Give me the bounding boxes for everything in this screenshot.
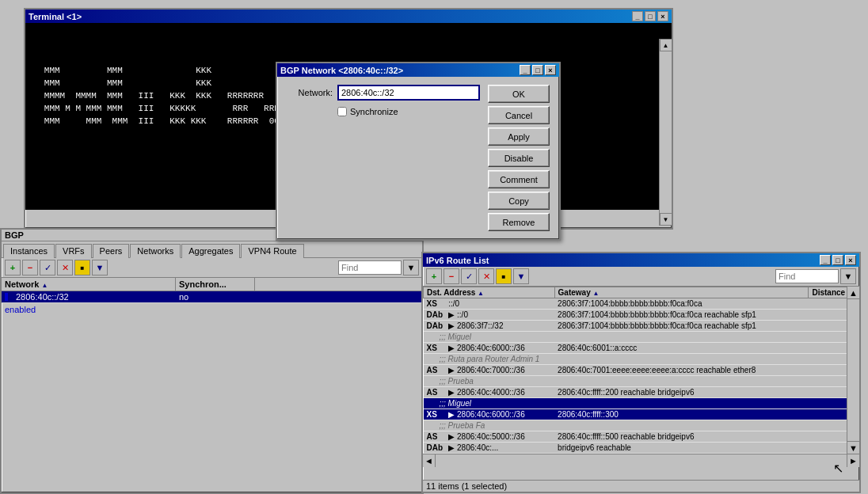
col-synchronize: Synchron... xyxy=(176,278,255,291)
ipv6-close-btn[interactable]: × xyxy=(845,255,856,265)
tab-aggregates[interactable]: Aggregates xyxy=(181,244,240,258)
tab-networks[interactable]: Networks xyxy=(130,244,181,258)
ipv6-minimize-btn[interactable]: _ xyxy=(820,255,831,265)
dialog-right-panel: OK Cancel Apply Disable Comment Copy Rem… xyxy=(488,85,551,231)
filter-btn[interactable]: ▼ xyxy=(92,260,108,276)
dialog-left-panel: Network: 2806:40c::/32 Synchronize xyxy=(285,85,480,231)
ipv6-enable-btn[interactable]: ✓ xyxy=(461,268,477,284)
apply-button[interactable]: Apply xyxy=(488,127,550,146)
terminal-title: Terminal <1> xyxy=(29,12,82,21)
scroll-up-btn[interactable]: ▲ xyxy=(660,39,672,51)
network-row: Network: 2806:40c::/32 xyxy=(285,85,480,101)
table-row[interactable]: AS ▶ 2806:40c:5000::/36 2806:40c:ffff::5… xyxy=(424,431,859,443)
dialog-title-buttons: _ □ × xyxy=(520,65,556,75)
comment-button[interactable]: Comment xyxy=(488,170,550,188)
col-dst-address: Dst. Address ▲ xyxy=(424,287,555,298)
scroll-up-btn[interactable]: ▲ xyxy=(847,287,859,299)
table-row[interactable]: AS ▶ 2806:40c:7000::/36 2806:40c:7001:ee… xyxy=(424,365,859,376)
ipv6-add-btn[interactable]: + xyxy=(426,268,442,284)
gw-cell: 2806:3f7:1004:bbbb:bbbb:bbbb:f0ca:f0ca r… xyxy=(554,310,809,321)
tab-instances[interactable]: Instances xyxy=(3,244,55,258)
table-row[interactable]: AS ▶ 2806:40c:4000::/36 2806:40c:ffff::2… xyxy=(424,387,859,398)
terminal-scrollbar[interactable]: ▲ ▼ xyxy=(659,39,672,226)
remove-btn[interactable]: − xyxy=(22,260,38,276)
comment-row-selected: ;;; Miguel xyxy=(424,398,859,409)
terminal-close-btn[interactable]: × xyxy=(657,11,668,21)
comment-row: ;;; Prueba xyxy=(424,376,859,387)
copy-btn[interactable]: ■ xyxy=(74,260,90,276)
ipv6-panel: IPv6 Route List _ □ × + − ✓ ✕ ■ ▼ ▼ Dst.… xyxy=(421,252,861,493)
terminal-minimize-btn[interactable]: _ xyxy=(632,11,643,21)
comment-cell: ;;; Prueba Fa xyxy=(424,420,859,431)
bgp-tabs-bar: Instances VRFs Peers Networks Aggregates… xyxy=(2,241,422,258)
ipv6-panel-title-buttons: _ □ × xyxy=(820,255,856,265)
ipv6-remove-btn[interactable]: − xyxy=(444,268,459,284)
network-input[interactable]: 2806:40c::/32 xyxy=(337,85,480,101)
comment-cell: ;;; Prueba xyxy=(424,376,859,387)
synchronize-checkbox[interactable] xyxy=(337,107,347,116)
dialog-body: Network: 2806:40c::/32 Synchronize OK Ca… xyxy=(277,77,559,239)
terminal-title-buttons: _ □ × xyxy=(632,11,668,21)
table-row[interactable]: DAb ▶ 2806:3f7::/32 2806:3f7:1004:bbbb:b… xyxy=(424,321,859,332)
comment-row: ;;; Prueba Fa xyxy=(424,420,859,431)
disable-btn[interactable]: ✕ xyxy=(57,260,73,276)
table-row[interactable]: DAb ▶ ::/0 2806:3f7:1004:bbbb:bbbb:bbbb:… xyxy=(424,310,859,321)
table-row[interactable]: XS ::/0 2806:3f7:1004:bbbb:bbbb:bbbb:f0c… xyxy=(424,298,859,310)
terminal-maximize-btn[interactable]: □ xyxy=(645,11,656,21)
dialog-close-btn[interactable]: × xyxy=(545,65,556,75)
table-row-selected[interactable]: XS ▶ 2806:40c:6000::/36 2806:40c:ffff::3… xyxy=(424,409,859,420)
ipv6-v-scrollbar[interactable]: ▲ ▼ xyxy=(847,287,859,454)
scroll-left-btn[interactable]: ◄ xyxy=(423,454,436,467)
add-btn[interactable]: + xyxy=(5,260,21,276)
ipv6-find-input[interactable] xyxy=(775,269,839,283)
gw-cell: 2806:40c:ffff::500 reachable bridgeipv6 xyxy=(554,431,809,443)
tab-vpn4-route[interactable]: VPN4 Route xyxy=(241,244,303,258)
ipv6-filter-btn[interactable]: ▼ xyxy=(513,268,529,284)
network-label: Network: xyxy=(285,88,333,97)
synchronize-label: Synchronize xyxy=(350,107,398,116)
table-row[interactable]: XS ▶ 2806:40c:6000::/36 2806:40c:6001::a… xyxy=(424,343,859,354)
remove-button[interactable]: Remove xyxy=(488,213,550,231)
tab-peers[interactable]: Peers xyxy=(93,244,130,258)
col-gateway: Gateway ▲ xyxy=(554,287,809,298)
ipv6-copy-btn[interactable]: ■ xyxy=(496,268,512,284)
dst-cell: XS ▶ 2806:40c:6000::/36 xyxy=(424,409,555,420)
dst-cell: XS ::/0 xyxy=(424,298,555,310)
ok-button[interactable]: OK xyxy=(488,85,550,103)
sync-cell: no xyxy=(176,291,192,302)
dialog-title: BGP Network <2806:40c::/32> xyxy=(280,66,403,75)
col-network: Network ▲ xyxy=(2,278,176,291)
scroll-down-btn[interactable]: ▼ xyxy=(847,441,859,454)
dst-cell: DAb ▶ 2806:3f7::/32 xyxy=(424,321,555,332)
bgp-network-dialog: BGP Network <2806:40c::/32> _ □ × Networ… xyxy=(276,62,561,241)
bgp-table-row[interactable]: 2806:40c::/32 no xyxy=(2,291,422,303)
enable-btn[interactable]: ✓ xyxy=(40,260,55,276)
terminal-titlebar: Terminal <1> _ □ × xyxy=(25,10,672,23)
scroll-down-btn[interactable]: ▼ xyxy=(660,213,672,226)
tab-vrfs[interactable]: VRFs xyxy=(55,244,92,258)
comment-cell: ;;; Ruta para Router Admin 1 xyxy=(424,354,859,365)
dialog-minimize-btn[interactable]: _ xyxy=(520,65,531,75)
find-arrow-btn[interactable]: ▼ xyxy=(403,260,419,276)
scroll-right-btn[interactable]: ► xyxy=(847,454,859,467)
bgp-find-input[interactable] xyxy=(338,260,402,275)
ipv6-scrollable: Dst. Address ▲ Gateway ▲ Distance ▼ XS :… xyxy=(423,287,859,454)
table-row[interactable]: DAb ▶ 2806:40c:... bridgeipv6 reachable xyxy=(424,443,859,454)
ipv6-find-arrow-btn[interactable]: ▼ xyxy=(840,268,856,284)
dst-cell: XS ▶ 2806:40c:6000::/36 xyxy=(424,343,555,354)
ipv6-panel-title-text: IPv6 Route List xyxy=(426,256,489,265)
ipv6-maximize-btn[interactable]: □ xyxy=(832,255,843,265)
copy-button[interactable]: Copy xyxy=(488,192,550,210)
gw-cell: 2806:3f7:1004:bbbb:bbbb:bbbb:f0ca:f0ca r… xyxy=(554,321,809,332)
comment-row: ;;; Ruta para Router Admin 1 xyxy=(424,354,859,365)
disable-button[interactable]: Disable xyxy=(488,149,550,167)
bgp-panel: BGP Instances VRFs Peers Networks Aggreg… xyxy=(0,228,424,494)
network-cell: 2806:40c::/32 xyxy=(13,291,176,302)
dialog-maximize-btn[interactable]: □ xyxy=(532,65,543,75)
ipv6-disable-btn[interactable]: ✕ xyxy=(478,268,494,284)
ipv6-status-bar: 11 items (1 selected) ↖ xyxy=(423,480,859,492)
ipv6-h-scrollbar[interactable]: ◄ ► xyxy=(423,454,859,466)
cancel-button[interactable]: Cancel xyxy=(488,106,550,124)
ipv6-panel-title: IPv6 Route List _ □ × xyxy=(423,253,859,267)
gw-cell: 2806:40c:7001:eeee:eeee:eeee:a:cccc reac… xyxy=(554,365,809,376)
